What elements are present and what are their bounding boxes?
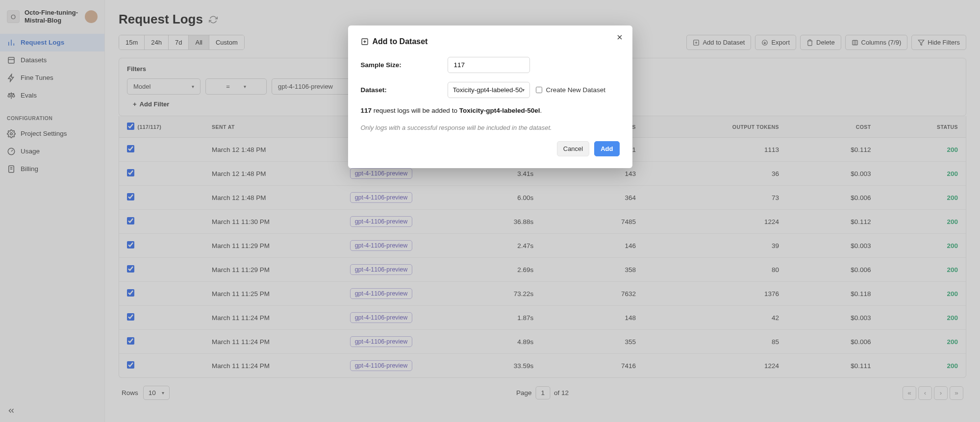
dataset-label: Dataset: xyxy=(361,86,442,94)
modal-overlay[interactable]: Add to Dataset Sample Size: Dataset: Tox… xyxy=(0,0,980,422)
button-label: Cancel xyxy=(563,145,583,152)
close-button[interactable] xyxy=(616,33,624,43)
modal-title-text: Add to Dataset xyxy=(373,37,428,46)
checkbox-label: Create New Dataset xyxy=(546,86,606,94)
plus-square-icon xyxy=(361,38,369,46)
sample-size-input[interactable] xyxy=(448,57,530,73)
close-icon xyxy=(616,33,624,41)
button-label: Add xyxy=(601,145,613,152)
add-to-dataset-modal: Add to Dataset Sample Size: Dataset: Tox… xyxy=(348,25,632,168)
dataset-value: Toxicity-gpt4-labeled-50el xyxy=(453,86,522,94)
create-new-checkbox[interactable] xyxy=(536,87,542,93)
add-button[interactable]: Add xyxy=(594,141,619,156)
dataset-select[interactable]: Toxicity-gpt4-labeled-50el ▾ xyxy=(448,82,530,98)
sample-size-label: Sample Size: xyxy=(361,61,442,69)
chevron-down-icon: ▾ xyxy=(522,87,525,93)
cancel-button[interactable]: Cancel xyxy=(557,141,589,156)
modal-summary: 117 request logs will be added to Toxici… xyxy=(361,107,620,114)
modal-note: Only logs with a successful response wil… xyxy=(361,124,620,131)
create-new-dataset-checkbox[interactable]: Create New Dataset xyxy=(536,86,606,94)
